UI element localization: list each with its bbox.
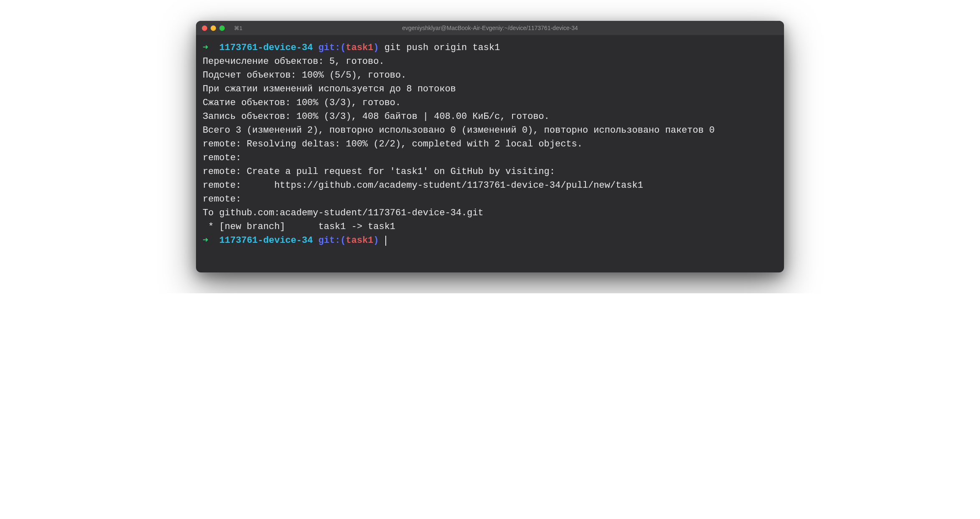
output-line: Подсчет объектов: 100% (5/5), готово. xyxy=(203,68,777,82)
output-line: remote: Resolving deltas: 100% (2/2), co… xyxy=(203,137,777,151)
prompt-line: ➜ 1173761-device-34 git:(task1) git push… xyxy=(203,41,777,55)
close-icon[interactable] xyxy=(202,25,207,31)
current-directory: 1173761-device-34 xyxy=(219,43,313,53)
minimize-icon[interactable] xyxy=(211,25,216,31)
cursor xyxy=(385,236,386,246)
output-line: При сжатии изменений используется до 8 п… xyxy=(203,82,777,96)
maximize-icon[interactable] xyxy=(219,25,225,31)
output-line: To github.com:academy-student/1173761-de… xyxy=(203,206,777,220)
output-line: remote: https://github.com/academy-stude… xyxy=(203,179,777,192)
traffic-lights xyxy=(202,25,225,31)
output-line: Запись объектов: 100% (3/3), 408 байтов … xyxy=(203,110,777,123)
command-text: git push origin task1 xyxy=(384,43,500,53)
output-line: remote: xyxy=(203,192,777,206)
output-line: Всего 3 (изменений 2), повторно использо… xyxy=(203,123,777,137)
paren-close: ) xyxy=(373,43,379,53)
current-directory: 1173761-device-34 xyxy=(219,235,313,246)
git-label: git: xyxy=(318,235,340,246)
prompt-line: ➜ 1173761-device-34 git:(task1) xyxy=(203,234,777,247)
prompt-arrow-icon: ➜ xyxy=(203,235,208,246)
output-line: * [new branch] task1 -> task1 xyxy=(203,220,777,234)
git-label: git: xyxy=(318,43,340,53)
output-line: remote: xyxy=(203,151,777,165)
prompt-arrow-icon: ➜ xyxy=(203,43,208,53)
output-line: Сжатие объектов: 100% (3/3), готово. xyxy=(203,96,777,110)
output-line: remote: Create a pull request for 'task1… xyxy=(203,165,777,179)
paren-close: ) xyxy=(373,235,379,246)
paren-open: ( xyxy=(340,235,346,246)
tab-label[interactable]: ⌘1 xyxy=(234,25,242,31)
terminal-body[interactable]: ➜ 1173761-device-34 git:(task1) git push… xyxy=(196,35,784,272)
paren-open: ( xyxy=(340,43,346,53)
titlebar: ⌘1 evgeniyshklyar@MacBook-Air-Evgeniy:~/… xyxy=(196,21,784,35)
output-line: Перечисление объектов: 5, готово. xyxy=(203,55,777,68)
git-branch: task1 xyxy=(346,235,373,246)
git-branch: task1 xyxy=(346,43,373,53)
terminal-window: ⌘1 evgeniyshklyar@MacBook-Air-Evgeniy:~/… xyxy=(196,21,784,272)
window-title: evgeniyshklyar@MacBook-Air-Evgeniy:~/dev… xyxy=(402,25,578,31)
